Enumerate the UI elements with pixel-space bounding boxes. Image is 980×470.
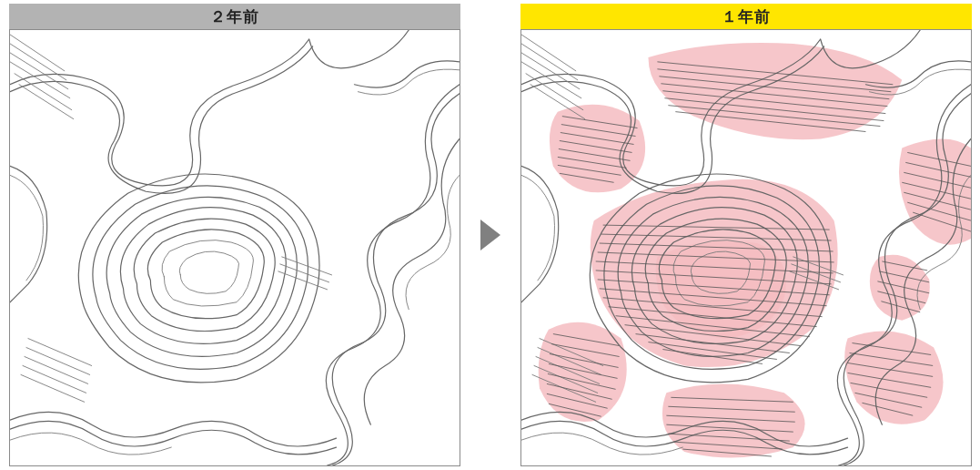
- comparison-container: ２年前: [0, 0, 980, 470]
- contour-map-left: [10, 30, 460, 465]
- change-overlay: [538, 43, 970, 458]
- map-right: [520, 29, 972, 466]
- panel-left-header: ２年前: [9, 4, 460, 29]
- panel-right-title: １年前: [722, 6, 771, 27]
- panel-left: ２年前: [9, 4, 460, 466]
- panel-left-title: ２年前: [210, 6, 259, 27]
- contour-map-right: [521, 30, 971, 465]
- map-left: [9, 29, 460, 466]
- panel-right-header: １年前: [520, 4, 972, 29]
- panel-right: １年前: [520, 4, 972, 466]
- arrow-right-icon: [480, 220, 500, 250]
